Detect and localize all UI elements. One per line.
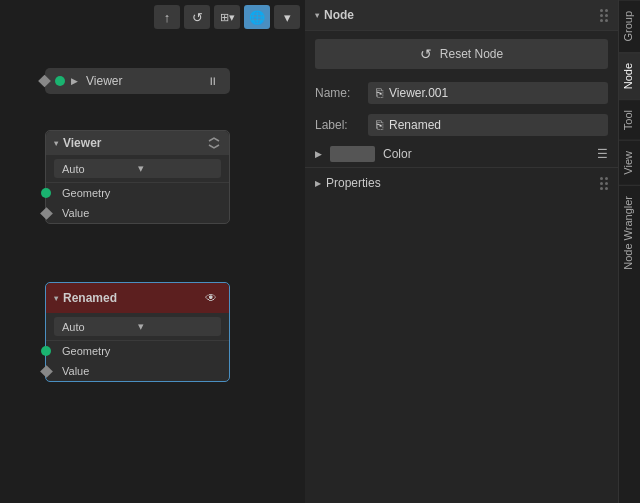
collapsed-viewer-pause-btn[interactable]: ⏸ (205, 75, 220, 87)
renamed-value-row: Value (46, 361, 229, 381)
tab-node-wrangler[interactable]: Node Wrangler (619, 185, 640, 280)
tab-node[interactable]: Node (619, 52, 640, 99)
collapse-arrow-icon: ▶ (71, 76, 78, 86)
reset-node-button[interactable]: ↺ Reset Node (315, 39, 608, 69)
viewer-geometry-socket (41, 188, 51, 198)
toolbar-grid-btn[interactable]: ⊞▾ (214, 5, 240, 29)
renamed-collapse-arrow: ▾ (54, 294, 58, 303)
viewer-expand-icon (207, 136, 221, 150)
collapsed-socket-diamond (40, 77, 49, 86)
renamed-visibility-btn[interactable]: 👁 (201, 288, 221, 308)
tab-view[interactable]: View (619, 140, 640, 185)
color-row: ▶ Color ☰ (305, 141, 618, 167)
toolbar: ↑ ↺ ⊞▾ 🌐 ▾ (154, 5, 300, 29)
node-section-header[interactable]: ▾ Node (305, 0, 618, 31)
renamed-value-socket (40, 365, 53, 378)
viewer-geometry-row: Geometry (46, 183, 229, 203)
name-value-text: Viewer.001 (389, 86, 448, 100)
right-panel: ▾ Node ↺ Reset Node Name: ⎘ Viewer.001 L… (305, 0, 618, 503)
viewer-expanded-node: ▾ Viewer Auto ▾ Geometry Value (45, 130, 230, 224)
viewer-dropdown-row: Auto ▾ (46, 155, 229, 183)
properties-sub-left: ▶ Properties (315, 176, 381, 190)
properties-panel: ▾ Node ↺ Reset Node Name: ⎘ Viewer.001 L… (305, 0, 618, 503)
name-label: Name: (315, 86, 360, 100)
viewer-collapse-arrow: ▾ (54, 139, 58, 148)
name-value-btn[interactable]: ⎘ Viewer.001 (368, 82, 608, 104)
renamed-dropdown-row: Auto ▾ (46, 313, 229, 341)
node-editor: ↑ ↺ ⊞▾ 🌐 ▾ ▶ Viewer ⏸ ▾ Viewer (0, 0, 305, 503)
viewer-dropdown[interactable]: Auto ▾ (54, 159, 221, 178)
label-value-btn[interactable]: ⎘ Renamed (368, 114, 608, 136)
tab-group[interactable]: Group (619, 0, 640, 52)
toolbar-refresh-btn[interactable]: ↺ (184, 5, 210, 29)
viewer-geometry-label: Geometry (62, 187, 110, 199)
name-copy-icon: ⎘ (376, 86, 383, 100)
collapsed-viewer-title: Viewer (86, 74, 122, 88)
renamed-node-title: Renamed (63, 291, 117, 305)
node-section-title: Node (324, 8, 354, 22)
label-copy-icon: ⎘ (376, 118, 383, 132)
toolbar-dropdown-btn[interactable]: ▾ (274, 5, 300, 29)
renamed-node: ▾ Renamed 👁 Auto ▾ Geometry Value (45, 282, 230, 382)
renamed-dropdown[interactable]: Auto ▾ (54, 317, 221, 336)
tab-tool[interactable]: Tool (619, 99, 640, 140)
renamed-node-header[interactable]: ▾ Renamed 👁 (46, 283, 229, 313)
viewer-node-header[interactable]: ▾ Viewer (46, 131, 229, 155)
label-value-text: Renamed (389, 118, 441, 132)
properties-section-dots (600, 177, 608, 190)
renamed-dropdown-value: Auto (62, 321, 138, 333)
viewer-header-left: ▾ Viewer (54, 136, 101, 150)
viewer-dropdown-arrow: ▾ (138, 162, 214, 175)
collapsed-viewer-header[interactable]: ▶ Viewer ⏸ (45, 68, 230, 94)
side-tabs: Group Node Tool View Node Wrangler (618, 0, 640, 503)
node-section-header-left: ▾ Node (315, 8, 354, 22)
renamed-dropdown-arrow: ▾ (138, 320, 214, 333)
color-label: Color (383, 147, 412, 161)
renamed-header-left: ▾ Renamed (54, 291, 117, 305)
properties-chevron: ▶ (315, 179, 321, 188)
viewer-value-socket (40, 207, 53, 220)
name-field-row: Name: ⎘ Viewer.001 (305, 77, 618, 109)
viewer-node-title: Viewer (63, 136, 101, 150)
renamed-geometry-label: Geometry (62, 345, 110, 357)
properties-sub-header[interactable]: ▶ Properties (305, 167, 618, 198)
reset-icon: ↺ (420, 46, 432, 62)
color-swatch[interactable] (330, 146, 375, 162)
viewer-value-label: Value (62, 207, 89, 219)
renamed-geometry-row: Geometry (46, 341, 229, 361)
node-section-dots (600, 9, 608, 22)
renamed-value-label: Value (62, 365, 89, 377)
reset-node-label: Reset Node (440, 47, 503, 61)
renamed-geometry-socket (41, 346, 51, 356)
label-field-row: Label: ⎘ Renamed (305, 109, 618, 141)
collapsed-viewer-dot (55, 76, 65, 86)
toolbar-globe-btn[interactable]: 🌐 (244, 5, 270, 29)
viewer-value-row: Value (46, 203, 229, 223)
list-view-icon[interactable]: ☰ (597, 147, 608, 161)
collapsed-viewer-node: ▶ Viewer ⏸ (45, 68, 230, 94)
properties-title: Properties (326, 176, 381, 190)
viewer-dropdown-value: Auto (62, 163, 138, 175)
toolbar-upload-btn[interactable]: ↑ (154, 5, 180, 29)
label-label: Label: (315, 118, 360, 132)
color-expand-arrow[interactable]: ▶ (315, 149, 322, 159)
node-section-chevron: ▾ (315, 11, 319, 20)
